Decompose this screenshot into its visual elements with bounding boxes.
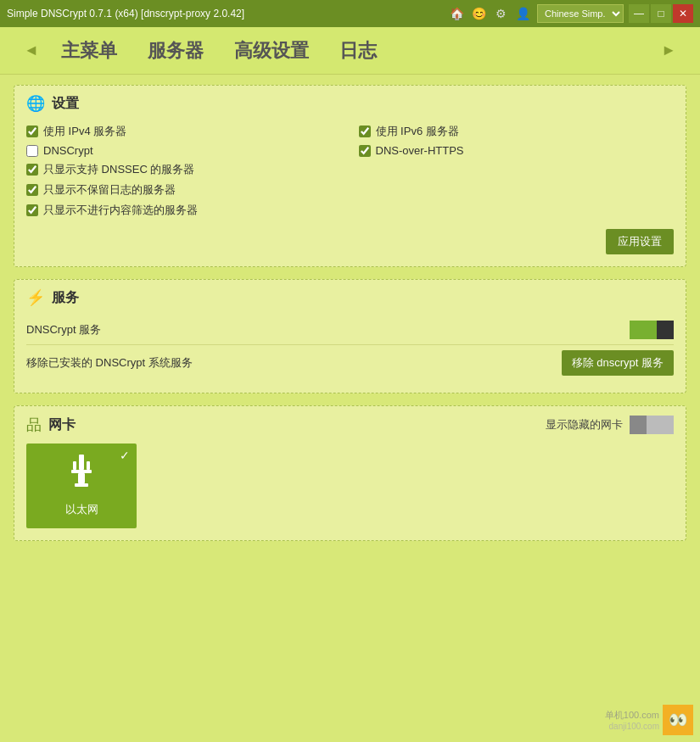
- nav-items: 主菜单 服务器 高级设置 日志: [46, 27, 654, 75]
- ipv4-checkbox[interactable]: [26, 126, 38, 137]
- settings-section: 🌐 设置 使用 IPv4 服务器 DNSCrypt 只显示支持 DNSSEC 的…: [14, 85, 686, 267]
- app-title: Simple DNSCrypt 0.7.1 (x64) [dnscrypt-pr…: [7, 8, 244, 20]
- netcard-section: 品 网卡 显示隐藏的网卡 ✓: [14, 405, 686, 541]
- ipv6-checkbox[interactable]: [26, 145, 38, 157]
- settings-grid: 使用 IPv4 服务器 DNSCrypt 只显示支持 DNSSEC 的服务器 只…: [26, 121, 674, 220]
- toggle-off-part: [657, 321, 674, 339]
- watermark-sub: danji100.com: [609, 722, 659, 731]
- watermark: 单机100.com danji100.com 👀: [605, 705, 693, 735]
- settings-section-title: 设置: [52, 95, 79, 113]
- nofilter-checkbox[interactable]: [26, 204, 38, 216]
- settings-section-icon: 🌐: [26, 94, 45, 113]
- navbar: ◄ 主菜单 服务器 高级设置 日志 ►: [0, 27, 700, 75]
- dnscrypt-service-label: DNSCrypt 服务: [26, 322, 101, 338]
- checkbox-doh: DNS-over-HTTPS: [359, 142, 675, 159]
- user-icon[interactable]: 👤: [513, 4, 532, 23]
- checkbox-ipv4: 使用 IPv4 服务器: [26, 121, 342, 142]
- ethernet-icon: [66, 455, 97, 495]
- dnscrypt-service-toggle[interactable]: [630, 321, 674, 339]
- minimize-button[interactable]: —: [629, 4, 649, 23]
- show-hidden-toggle: 显示隐藏的网卡: [546, 416, 674, 434]
- nav-item-servers[interactable]: 服务器: [132, 27, 219, 75]
- toggle-gray-left: [630, 416, 647, 434]
- ipv4-label: 使用 IPv4 服务器: [43, 124, 126, 139]
- nav-left-arrow[interactable]: ◄: [24, 42, 39, 59]
- settings-right-col: 使用 IPv6 服务器 DNS-over-HTTPS: [359, 121, 675, 220]
- netcard-section-icon: 品: [26, 415, 42, 435]
- nav-item-logs[interactable]: 日志: [324, 27, 392, 75]
- service-section-title: 服务: [52, 289, 79, 307]
- svg-rect-1: [73, 461, 76, 470]
- svg-rect-5: [75, 483, 88, 487]
- titlebar-left: Simple DNSCrypt 0.7.1 (x64) [dnscrypt-pr…: [7, 8, 244, 20]
- netcard-header-left: 品 网卡: [26, 415, 76, 435]
- toggle-on-part: [630, 321, 657, 339]
- checkbox-nofilter: 只显示不进行内容筛选的服务器: [26, 200, 342, 220]
- checkbox-nolog: 只显示不保留日志的服务器: [26, 180, 342, 200]
- service-section: ⚡ 服务 DNSCrypt 服务 移除已安装的 DNSCrypt 系统服务 移除…: [14, 279, 686, 393]
- apply-settings-button[interactable]: 应用设置: [606, 229, 674, 254]
- remove-service-label: 移除已安装的 DNSCrypt 系统服务: [26, 355, 193, 371]
- netcard-section-title: 网卡: [48, 416, 76, 434]
- service-section-header: ⚡ 服务: [26, 288, 674, 307]
- settings-icon[interactable]: ⚙: [491, 4, 510, 23]
- checkbox-ipv6: DNSCrypt: [26, 142, 342, 159]
- show-hidden-label: 显示隐藏的网卡: [546, 417, 623, 432]
- hidden-netcard-toggle[interactable]: [630, 416, 674, 434]
- watermark-site: 单机100.com: [605, 709, 659, 722]
- main-content: 🌐 设置 使用 IPv4 服务器 DNSCrypt 只显示支持 DNSSEC 的…: [0, 75, 700, 742]
- remove-service-button[interactable]: 移除 dnscrypt 服务: [562, 350, 674, 376]
- service-section-icon: ⚡: [26, 288, 45, 307]
- svg-rect-2: [87, 461, 90, 470]
- nav-right-arrow[interactable]: ►: [661, 42, 676, 59]
- netcard-header: 品 网卡 显示隐藏的网卡: [26, 415, 674, 435]
- titlebar: Simple DNSCrypt 0.7.1 (x64) [dnscrypt-pr…: [0, 0, 700, 27]
- nofilter-label: 只显示不进行内容筛选的服务器: [43, 203, 198, 218]
- language-select[interactable]: Chinese Simp. English: [537, 4, 624, 23]
- toggle-gray-right: [647, 416, 674, 434]
- settings-footer: 应用设置: [26, 229, 674, 254]
- titlebar-icons: 🏠 😊 ⚙ 👤: [447, 4, 532, 23]
- svg-rect-3: [71, 470, 92, 473]
- face-icon[interactable]: 😊: [469, 4, 488, 23]
- nolog-label: 只显示不保留日志的服务器: [43, 182, 176, 198]
- checkbox-dnssec: 只显示支持 DNSSEC 的服务器: [26, 159, 342, 180]
- maximize-button[interactable]: □: [651, 4, 671, 23]
- nolog-checkbox[interactable]: [26, 184, 38, 196]
- doh-checkbox[interactable]: [359, 145, 371, 157]
- dnscrypt-label: 使用 IPv6 服务器: [376, 124, 459, 139]
- netcard-ethernet[interactable]: ✓ 以太网: [26, 444, 137, 528]
- settings-left-col: 使用 IPv4 服务器 DNSCrypt 只显示支持 DNSSEC 的服务器 只…: [26, 121, 342, 220]
- svg-rect-0: [79, 455, 84, 470]
- nav-item-advanced[interactable]: 高级设置: [219, 27, 324, 75]
- ipv6-label: DNSCrypt: [43, 144, 93, 157]
- settings-section-header: 🌐 设置: [26, 94, 674, 113]
- home-icon[interactable]: 🏠: [447, 4, 466, 23]
- close-button[interactable]: ✕: [673, 4, 693, 23]
- netcard-grid: ✓ 以太网: [26, 444, 674, 528]
- service-row-dnscrypt: DNSCrypt 服务: [26, 315, 674, 345]
- dnscrypt-checkbox[interactable]: [359, 126, 371, 137]
- nav-item-main-menu[interactable]: 主菜单: [46, 27, 132, 75]
- netcard-check-icon: ✓: [120, 449, 130, 462]
- service-row-remove: 移除已安装的 DNSCrypt 系统服务 移除 dnscrypt 服务: [26, 345, 674, 381]
- dnssec-label: 只显示支持 DNSSEC 的服务器: [43, 162, 194, 177]
- svg-rect-4: [78, 473, 85, 483]
- window-controls: — □ ✕: [629, 4, 693, 23]
- dnssec-checkbox[interactable]: [26, 164, 38, 176]
- checkbox-dnscrypt: 使用 IPv6 服务器: [359, 121, 675, 142]
- doh-label: DNS-over-HTTPS: [376, 144, 464, 157]
- ethernet-name: 以太网: [65, 502, 98, 517]
